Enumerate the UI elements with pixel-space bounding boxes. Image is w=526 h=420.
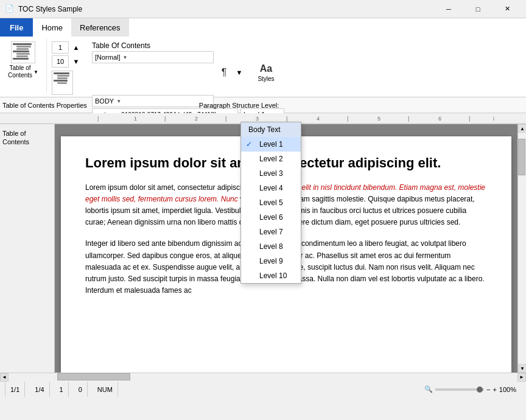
svg-text:|: | [225, 116, 226, 122]
svg-text:4: 4 [317, 116, 320, 122]
app-icon: 📄 [5, 4, 15, 14]
maximize-button[interactable]: □ [464, 0, 492, 18]
dropdown-level-3[interactable]: Level 3 [241, 166, 301, 181]
ribbon-main-section: Table Of Contents [Normal] ▼ ¶ ▼ Aa Styl… [92, 39, 521, 121]
para-more-btn[interactable]: ▼ [233, 66, 245, 79]
zoom-icon: 🔍 [424, 385, 433, 393]
toc-button[interactable]: Table ofContents ▼ [5, 39, 41, 82]
zoom-plus[interactable]: + [493, 386, 496, 393]
menu-home[interactable]: Home [33, 18, 71, 37]
minimize-button[interactable]: ─ [435, 0, 463, 18]
dropdown-level-8[interactable]: Level 8 [241, 239, 301, 254]
number-arrow-up[interactable]: ▲ [70, 41, 82, 54]
zoom-minus[interactable]: − [486, 386, 490, 393]
zoom-thumb[interactable] [477, 387, 483, 393]
number-arrow-down[interactable]: ▼ [70, 55, 82, 68]
status-page: 1/1 [5, 382, 25, 397]
toc-side-label: Table of Contents [1, 127, 53, 149]
dropdown-level-7[interactable]: Level 7 [241, 225, 301, 239]
ribbon-number-group: 1 ▲ 10 ▼ [52, 39, 82, 95]
svg-text:2: 2 [195, 116, 198, 122]
toc-title-display: Table Of Contents [92, 41, 521, 50]
dropdown-body-text[interactable]: Body Text [241, 122, 301, 137]
styles-icon: Aa [260, 63, 272, 74]
svg-text:|: | [408, 116, 409, 122]
title-bar: 📄 TOC Styles Sample ─ □ ✕ [0, 0, 526, 18]
number-box-1[interactable]: 1 [52, 41, 69, 54]
h-scrollbar-thumb[interactable] [57, 373, 130, 380]
status-bar: 1/1 1/4 1 0 NUM 🔍 − + 100% [0, 381, 526, 397]
svg-text:3: 3 [256, 116, 259, 122]
dropdown-level-1[interactable]: Level 1 [241, 137, 301, 152]
status-section: 1/4 [30, 382, 49, 397]
scroll-left-btn[interactable]: ◄ [0, 373, 9, 382]
dropdown-level-9[interactable]: Level 9 [241, 254, 301, 268]
dropdown-level-5[interactable]: Level 5 [241, 195, 301, 210]
window-controls: ─ □ ✕ [435, 0, 521, 18]
vertical-scrollbar[interactable]: ▲ ▼ [517, 124, 526, 373]
dropdown-level-2[interactable]: Level 2 [241, 152, 301, 166]
level-dropdown-menu: Body Text Level 1 Level 2 Level 3 Level … [240, 122, 301, 284]
zoom-slider[interactable] [435, 388, 484, 391]
status-pos2: 0 [74, 382, 88, 397]
number-box-10[interactable]: 10 [52, 55, 69, 68]
paragraph-mark-btn[interactable]: ¶ [216, 65, 232, 80]
horizontal-scrollbar[interactable]: ◄ ► [0, 373, 526, 381]
svg-text:|: | [469, 116, 470, 122]
menu-file[interactable]: File [0, 18, 33, 37]
left-panel: Table of Contents [0, 124, 55, 373]
app-title: TOC Styles Sample [18, 5, 435, 13]
scroll-down-btn[interactable]: ▼ [518, 364, 526, 373]
dropdown-level-4[interactable]: Level 4 [241, 181, 301, 195]
h-scrollbar-track[interactable] [9, 373, 517, 382]
toc-properties-label: Table of Contents Properties [2, 102, 87, 109]
svg-text:|: | [164, 116, 166, 122]
svg-text:|: | [347, 116, 348, 122]
number-row-1: 1 ▲ [52, 41, 82, 54]
ribbon-dropdown-row2: BODY ▼ [92, 95, 521, 107]
dropdown-level-6[interactable]: Level 6 [241, 210, 301, 225]
toc-icon [11, 41, 35, 63]
zoom-level: 100% [499, 386, 516, 393]
svg-text:i: i [493, 116, 494, 122]
psl-label: Paragraph Structure Level: [199, 102, 279, 109]
ribbon-dropdown-row1: [Normal] ▼ ¶ ▼ Aa Styles [92, 51, 521, 94]
scroll-up-btn[interactable]: ▲ [518, 124, 526, 133]
ribbon-toc-group: Table ofContents ▼ [5, 39, 47, 93]
toc-preview-thumb [52, 71, 73, 95]
svg-text:|: | [97, 116, 99, 122]
scroll-right-btn[interactable]: ► [517, 373, 526, 382]
toc-dropdown-arrow[interactable]: ▼ [33, 69, 38, 75]
zoom-area: 🔍 − + 100% [419, 385, 521, 393]
status-mode: NUM [93, 382, 118, 397]
svg-text:6: 6 [438, 116, 441, 122]
menu-bar: File Home References [0, 18, 526, 37]
ribbon: Table ofContents ▼ 1 ▲ 10 ▼ Table Of Con… [0, 37, 526, 97]
style-body-dropdown[interactable]: BODY ▼ [92, 95, 214, 107]
toc-button-label: Table ofContents [8, 65, 32, 79]
paragraph-mark-group: ¶ ▼ [216, 51, 245, 94]
style-normal-dropdown[interactable]: [Normal] ▼ [92, 51, 214, 63]
svg-text:1: 1 [134, 116, 137, 122]
number-row-10: 10 ▼ [52, 55, 82, 68]
menu-references[interactable]: References [71, 18, 128, 37]
dropdown-level-10[interactable]: Level 10 [241, 268, 301, 283]
styles-button[interactable]: Aa Styles [248, 51, 284, 94]
status-pos1: 1 [55, 382, 69, 397]
scrollbar-track[interactable] [518, 133, 526, 364]
scrollbar-thumb[interactable] [518, 139, 525, 175]
svg-text:|: | [286, 116, 287, 122]
close-button[interactable]: ✕ [493, 0, 521, 18]
svg-text:5: 5 [377, 116, 380, 122]
